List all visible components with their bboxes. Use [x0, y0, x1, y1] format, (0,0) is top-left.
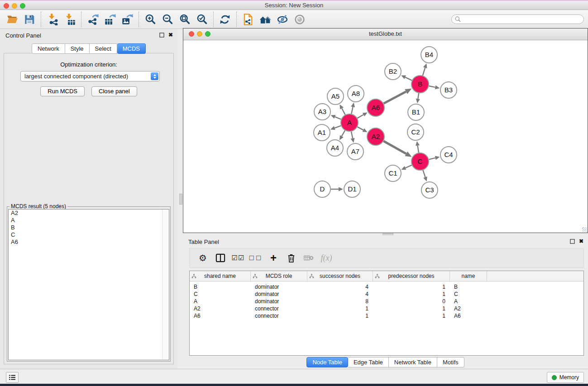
zoom-fit-button[interactable] — [176, 11, 193, 28]
graph-edge-A-A5[interactable] — [342, 108, 345, 114]
column-header-name[interactable]: name — [450, 271, 487, 281]
function-builder-button[interactable]: f(x) — [320, 253, 333, 263]
hide-graphics-details-button[interactable] — [274, 11, 291, 28]
table-row[interactable]: Bdominator41B — [190, 283, 583, 291]
mcds-result-item[interactable]: C — [9, 231, 169, 238]
import-network-button[interactable] — [44, 11, 61, 28]
table-cell[interactable]: A — [450, 298, 487, 305]
tab-node-table[interactable]: Node Table — [306, 357, 348, 367]
select-all-columns-button[interactable]: ☑☑ — [231, 254, 245, 262]
network-window-titlebar[interactable]: testGlobe.txt — [183, 29, 588, 40]
network-minimize-button[interactable] — [197, 31, 202, 37]
column-header-MCDS-role[interactable]: MCDS role — [251, 271, 307, 281]
mcds-result-item[interactable]: A — [9, 217, 169, 224]
close-panel-icon[interactable]: ✖ — [579, 238, 583, 244]
export-network-button[interactable] — [84, 11, 101, 28]
table-cell[interactable]: C — [450, 291, 487, 297]
table-cell[interactable]: A2 — [450, 305, 487, 312]
apply-layout-button[interactable] — [216, 11, 234, 28]
table-cell[interactable]: dominator — [251, 284, 307, 290]
table-cell[interactable]: A2 — [190, 305, 251, 312]
network-zoom-button[interactable] — [205, 31, 210, 37]
network-close-button[interactable] — [189, 31, 194, 37]
table-cell[interactable]: A — [190, 298, 251, 305]
home-view-button[interactable] — [257, 11, 274, 28]
column-header-shared-name[interactable]: shared name — [190, 271, 251, 281]
graph-edge-B-B2[interactable] — [405, 77, 412, 81]
zoom-out-button[interactable] — [159, 11, 176, 28]
result-list-scrollbar[interactable] — [162, 210, 169, 360]
search-input[interactable] — [451, 14, 584, 24]
open-session-button[interactable] — [4, 11, 21, 28]
graph-edge-B-B4[interactable] — [423, 68, 425, 76]
tab-mcds[interactable]: MCDS — [117, 43, 146, 54]
table-cell[interactable]: dominator — [251, 298, 307, 305]
graph-edge-A-A6[interactable] — [357, 114, 363, 118]
export-image-button[interactable] — [119, 11, 136, 28]
column-header-predecessor-nodes[interactable]: predecessor nodes — [373, 271, 450, 281]
tab-network-table[interactable]: Network Table — [389, 357, 437, 367]
toggle-column-panel-button[interactable] — [214, 253, 227, 262]
graph-edge-A-A4[interactable] — [342, 130, 345, 136]
mcds-result-list[interactable]: A2ABCA6 — [8, 209, 169, 360]
optimization-criterion-select[interactable]: largest connected component (directed) — [20, 71, 160, 81]
graph-edge-A-A8[interactable] — [351, 107, 353, 114]
table-cell[interactable]: 1 — [373, 291, 450, 297]
table-cell[interactable]: 0 — [373, 298, 450, 305]
show-graphics-details-button[interactable] — [291, 11, 308, 28]
add-column-button[interactable]: + — [267, 253, 280, 262]
mcds-result-item[interactable]: B — [9, 224, 169, 231]
table-cell[interactable]: 1 — [373, 284, 450, 290]
graph-edge-C-C1[interactable] — [406, 165, 412, 168]
close-panel-button[interactable]: Close panel — [91, 86, 137, 96]
table-cell[interactable]: 1 — [307, 313, 373, 319]
table-row[interactable]: Adominator80A — [190, 298, 583, 305]
float-panel-icon[interactable] — [159, 33, 164, 38]
task-history-button[interactable] — [6, 372, 19, 383]
table-row[interactable]: A2connector11A2 — [190, 305, 583, 312]
tab-select[interactable]: Select — [90, 43, 117, 54]
table-cell[interactable]: 1 — [307, 305, 373, 312]
tab-network[interactable]: Network — [32, 43, 65, 54]
zoom-in-button[interactable] — [142, 11, 159, 28]
import-table-button[interactable] — [61, 11, 78, 28]
graph-edge-C-C4[interactable] — [429, 158, 435, 159]
table-cell[interactable]: B — [190, 284, 251, 290]
resize-grip-icon[interactable] — [582, 227, 587, 232]
tab-motifs[interactable]: Motifs — [437, 357, 464, 367]
close-window-button[interactable] — [4, 3, 9, 9]
table-cell[interactable]: C — [190, 291, 251, 297]
table-cell[interactable]: A6 — [190, 313, 251, 319]
table-cell[interactable]: 8 — [307, 298, 373, 305]
minimize-window-button[interactable] — [12, 3, 17, 9]
graph-edge-A-A7[interactable] — [351, 132, 353, 138]
column-header-successor-nodes[interactable]: successor nodes — [307, 271, 373, 281]
graph-edge-A6-B[interactable] — [384, 91, 406, 103]
table-settings-button[interactable]: ⚙ — [196, 253, 210, 262]
table-cell[interactable]: connector — [251, 305, 307, 312]
delete-table-button[interactable] — [302, 254, 316, 262]
mcds-result-item[interactable]: A2 — [9, 210, 169, 217]
tab-style[interactable]: Style — [65, 43, 90, 54]
graph-edge-C-C3[interactable] — [423, 170, 425, 177]
graph-edge-B-B3[interactable] — [429, 86, 435, 87]
zoom-selected-button[interactable] — [193, 11, 210, 28]
graph-edge-A-A3[interactable] — [335, 117, 341, 119]
delete-column-button[interactable] — [284, 253, 298, 263]
table-cell[interactable]: A6 — [450, 313, 487, 319]
graph-edge-C-C2[interactable] — [418, 146, 419, 153]
network-canvas[interactable]: B4B2BB3A8A5A6A3B1AA1C2A2A4A7C4CC1C3DD1 — [183, 40, 588, 233]
table-row[interactable]: A6connector11A6 — [190, 312, 583, 319]
network-document-button[interactable] — [239, 11, 257, 28]
table-row[interactable]: Cdominator41C — [190, 291, 583, 298]
table-cell[interactable]: 4 — [307, 291, 373, 297]
mcds-result-item[interactable]: A6 — [9, 238, 169, 246]
close-panel-icon[interactable]: ✖ — [168, 32, 173, 38]
table-cell[interactable]: 1 — [373, 313, 450, 319]
table-cell[interactable]: 1 — [373, 305, 450, 312]
export-table-button[interactable] — [101, 11, 119, 28]
zoom-window-button[interactable] — [20, 3, 25, 9]
tab-edge-table[interactable]: Edge Table — [348, 357, 389, 367]
table-cell[interactable]: B — [450, 284, 487, 290]
memory-button[interactable]: Memory — [547, 372, 584, 383]
